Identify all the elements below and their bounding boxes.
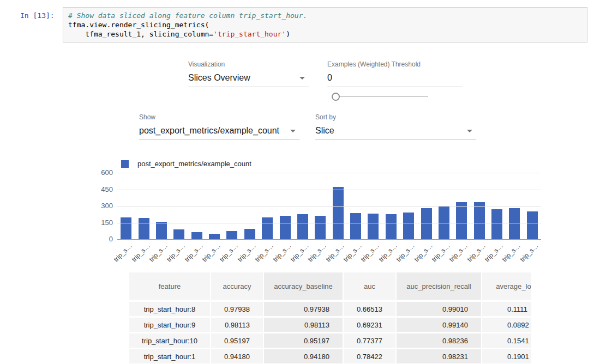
threshold-control: Examples (Weighted) Threshold 0 (327, 60, 463, 87)
metric-cell: 0.69231 (344, 318, 397, 332)
bar-slot (206, 234, 223, 239)
bar (403, 213, 414, 239)
bar-slot (311, 216, 329, 239)
bar (156, 222, 167, 239)
bar-slot (223, 231, 241, 239)
chart-legend: post_export_metrics/example_count (121, 160, 251, 168)
metric-cell: 0.99140 (397, 318, 482, 332)
bar-slot (453, 202, 470, 239)
cell-prompt: In [13]: (20, 11, 55, 20)
bar-slot (329, 187, 347, 239)
y-tick-label: 150 (101, 219, 113, 227)
metric-cell: 0.95197 (264, 333, 344, 348)
feature-cell: trip_start_hour:1 (129, 349, 211, 363)
bar (333, 187, 344, 239)
metric-cell: 0.1111 (482, 302, 531, 316)
metric-cell: 0.98113 (211, 318, 264, 332)
bar-slot (117, 217, 135, 239)
metric-cell: 0.98113 (264, 318, 344, 332)
bar-slot (400, 213, 417, 239)
visualization-value: Slices Overview (188, 73, 250, 82)
bar (244, 229, 255, 239)
bar-slot (153, 222, 170, 239)
bar-slot (276, 216, 293, 239)
table-body: trip_start_hour:80.979380.979380.665130.… (129, 302, 531, 363)
legend-swatch-icon (121, 160, 129, 168)
y-axis: 0150300450600 (87, 173, 113, 239)
bar (386, 214, 397, 239)
sort-label: Sort by (315, 113, 476, 121)
metric-cell: 0.77377 (344, 333, 397, 348)
sort-dropdown[interactable]: Slice (315, 125, 476, 140)
threshold-input[interactable]: 0 (327, 72, 463, 87)
bar (121, 217, 131, 239)
feature-cell: trip_start_hour:8 (129, 302, 211, 316)
bar (368, 214, 379, 239)
bar-slot (417, 208, 435, 239)
bar-slot (241, 229, 259, 239)
gridline (117, 173, 541, 173)
threshold-slider[interactable] (332, 92, 428, 101)
threshold-label: Examples (Weighted) Threshold (327, 60, 463, 68)
code-line: tfma_result_1, slicing_column= (68, 30, 213, 38)
metrics-table: featureaccuracyaccuracy_baselineaucauc_p… (129, 272, 531, 364)
y-tick-label: 450 (101, 185, 113, 193)
gridline (117, 190, 541, 190)
visualization-dropdown[interactable]: Slices Overview (188, 72, 309, 87)
metric-cell: 0.94180 (211, 349, 264, 363)
bar-slot (294, 214, 311, 239)
sort-control: Sort by Slice (315, 113, 476, 140)
bar (315, 216, 326, 239)
bar-slot (347, 213, 364, 239)
metric-cell: 0.95197 (211, 333, 264, 348)
chevron-down-icon (299, 77, 305, 80)
show-label: Show (139, 113, 299, 121)
metrics-table-inner: featureaccuracyaccuracy_baselineaucauc_p… (129, 272, 531, 363)
table-header-cell: auc_precision_recall (397, 272, 482, 300)
table-header-cell: auc (344, 272, 397, 300)
y-tick-label: 600 (101, 168, 113, 177)
metric-cell: 0.98231 (397, 349, 482, 363)
visualization-control: Visualization Slices Overview (188, 60, 309, 87)
feature-cell: trip_start_hour:10 (129, 333, 211, 348)
slider-knob[interactable] (332, 93, 340, 101)
metric-cell: 0.66513 (344, 302, 397, 316)
threshold-value: 0 (327, 73, 332, 82)
bar (527, 211, 538, 239)
bar-slot (135, 218, 152, 239)
bar (191, 232, 202, 239)
bar (262, 217, 273, 239)
show-value: post_export_metrics/example_count (139, 126, 279, 135)
bar-slot (188, 232, 206, 239)
bar-slot (170, 229, 188, 239)
show-dropdown[interactable]: post_export_metrics/example_count (139, 125, 299, 140)
code-line: ) (286, 30, 290, 38)
metric-cell: 0.99010 (397, 302, 482, 316)
table-header-cell: average_loss (482, 272, 531, 300)
bar (226, 231, 237, 239)
metric-cell: 0.78422 (344, 349, 397, 363)
code-string: 'trip_start_hour' (213, 30, 286, 38)
code-cell[interactable]: # Show data sliced along feature column … (63, 7, 587, 43)
table-header-cell: accuracy (211, 272, 264, 300)
table-row: trip_start_hour:90.981130.981130.692310.… (129, 318, 531, 332)
chevron-down-icon (290, 130, 296, 132)
table-header: featureaccuracyaccuracy_baselineaucauc_p… (129, 272, 531, 300)
code-line: tfma.view.render_slicing_metrics( (68, 21, 209, 29)
bar (297, 214, 308, 239)
table-header-cell: feature (129, 272, 211, 300)
bar (491, 209, 502, 239)
metric-cell: 0.94180 (264, 349, 344, 363)
metric-cell: 0.98236 (397, 333, 482, 348)
table-row: trip_start_hour:100.951970.951970.773770… (129, 333, 531, 348)
table-header-cell: accuracy_baseline (264, 272, 344, 300)
gridline (117, 239, 541, 240)
code-comment: # Show data sliced along feature column … (68, 11, 307, 20)
metric-cell: 0.97938 (211, 302, 264, 316)
sort-value: Slice (315, 126, 334, 135)
metric-cell: 0.1901 (482, 349, 531, 363)
bar-slot (259, 217, 276, 239)
bar-slot (488, 209, 506, 239)
bar-slot (364, 214, 382, 239)
visualization-label: Visualization (188, 60, 309, 68)
